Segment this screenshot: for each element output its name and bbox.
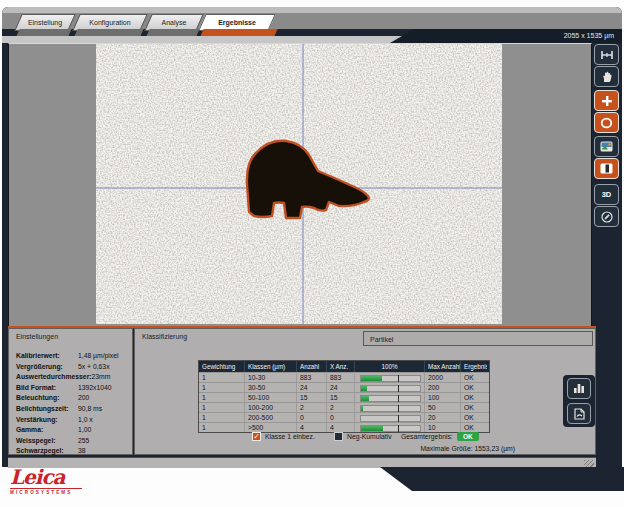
- count-bar-track: [360, 415, 421, 422]
- count-bar-track: [360, 425, 421, 432]
- image-mask-button[interactable]: [594, 158, 619, 179]
- count-bar-cell: [355, 423, 425, 432]
- table-row[interactable]: 1100-2002250OK: [199, 402, 489, 412]
- table-cell: 200: [425, 383, 461, 392]
- table-row[interactable]: 130-502424200OK: [199, 382, 489, 392]
- table-row[interactable]: 1>5004410OK: [199, 422, 489, 432]
- tab-label: Konfiguration: [77, 15, 143, 30]
- table-cell: >500: [245, 423, 297, 432]
- table-cell: 1: [199, 373, 245, 382]
- settings-row: Auswertedurchmesser:23mm: [16, 372, 129, 383]
- results-panel: Klassifizierung Partikel GewichtungKlass…: [134, 328, 596, 455]
- settings-label: Vergrößerung:: [16, 362, 78, 373]
- tab-partikel[interactable]: Partikel: [363, 331, 593, 346]
- tab-label: Analyse: [149, 15, 199, 30]
- leica-logo: Leica MICROSYSTEMS: [10, 466, 100, 495]
- specimen-image: [96, 44, 502, 324]
- settings-row: Bild Format:1392x1040: [16, 383, 129, 394]
- pan-hand-button[interactable]: [594, 66, 619, 87]
- measure-tool-button[interactable]: [594, 44, 619, 65]
- klasse1-checkbox[interactable]: ✓: [252, 432, 261, 441]
- table-cell: OK: [461, 423, 487, 432]
- count-bar-fill: [361, 396, 369, 401]
- count-bar-fill: [361, 376, 382, 381]
- settings-title: Einstellungen: [16, 333, 58, 340]
- neg-kumulativ-checkbox[interactable]: [334, 432, 343, 441]
- settings-row: Gamma:1,00: [16, 425, 129, 436]
- settings-value: 90,8 ms: [78, 404, 102, 415]
- count-bar-cell: [355, 403, 425, 412]
- table-cell: 2000: [425, 373, 461, 382]
- tab-klassifizierung[interactable]: Klassifizierung: [142, 333, 187, 340]
- settings-label: Beleuchtung:: [16, 393, 78, 404]
- table-cell: 30-50: [245, 383, 297, 392]
- leica-logo-subtitle: MICROSYSTEMS: [10, 490, 100, 495]
- count-bar-threshold-tick: [398, 415, 399, 422]
- add-cross-icon: [601, 95, 613, 107]
- settings-label: Verstärkung:: [16, 415, 78, 426]
- settings-value: 1,00: [78, 425, 91, 436]
- count-bar-track: [360, 385, 421, 392]
- measure-icon: [600, 50, 614, 60]
- table-row[interactable]: 110-308838832000OK: [199, 372, 489, 382]
- table-cell: 15: [297, 393, 327, 402]
- count-bar-threshold-tick: [398, 385, 399, 392]
- count-bar-threshold-tick: [398, 425, 399, 432]
- table-row[interactable]: 1200-5000020OK: [199, 412, 489, 422]
- table-header-cell: Gewichtung: [199, 361, 245, 372]
- settings-value: 23mm: [92, 372, 111, 383]
- settings-value: 1,0 x: [78, 415, 93, 426]
- circle-tool-button[interactable]: [594, 112, 619, 133]
- tab-label: Einstellung: [19, 15, 71, 30]
- settings-value: 1,48 µm/pixel: [78, 351, 119, 362]
- settings-row: Weisspegel:255: [16, 436, 129, 447]
- settings-value: 1392x1040: [78, 383, 112, 394]
- table-cell: 100: [425, 393, 461, 402]
- table-header-cell: Anzahl: [297, 361, 327, 372]
- circle-tool-icon: [600, 117, 613, 129]
- app-window: Einstellung Konfiguration Analyse Ergebn…: [2, 7, 622, 467]
- table-header-cell: Klassen (µm): [245, 361, 297, 372]
- table-cell: OK: [461, 383, 487, 392]
- settings-rows: Kalibrierwert:1,48 µm/pixelVergrößerung:…: [16, 351, 129, 468]
- table-cell: 100-200: [245, 403, 297, 412]
- settings-label: Schwarzpegel:: [16, 446, 78, 457]
- settings-panel: Einstellungen Kalibrierwert:1,48 µm/pixe…: [8, 328, 133, 455]
- hand-icon: [601, 71, 613, 83]
- rotate-3d-button[interactable]: 3D: [594, 184, 619, 205]
- tab-underline: [16, 29, 71, 36]
- settings-value: 5x + 0,63x: [78, 362, 110, 373]
- count-bar-threshold-tick: [398, 395, 399, 402]
- table-row[interactable]: 150-1001515100OK: [199, 392, 489, 402]
- table-cell: 883: [327, 373, 355, 382]
- table-cell: 0: [327, 413, 355, 422]
- table-cell: 1: [199, 423, 245, 432]
- image-view-button[interactable]: [594, 136, 619, 157]
- histogram-icon: [573, 383, 585, 394]
- table-cell: 883: [297, 373, 327, 382]
- add-measurement-button[interactable]: [594, 90, 619, 111]
- screen: Einstellung Konfiguration Analyse Ergebn…: [0, 0, 624, 507]
- settings-label: Gamma:: [16, 425, 78, 436]
- table-header-row: GewichtungKlassen (µm)AnzahlX Anz.100%Ma…: [199, 361, 489, 372]
- table-cell: OK: [461, 403, 487, 412]
- image-mask-icon: [600, 163, 613, 174]
- image-dimension-band: 2055 x 1535 µm: [380, 29, 622, 43]
- table-cell: 1: [199, 403, 245, 412]
- image-dimension-label: 2055 x 1535 µm: [380, 29, 622, 43]
- count-bar-track: [360, 405, 421, 412]
- report-icon: [574, 408, 585, 420]
- table-tools-inset: [563, 375, 595, 427]
- table-header-cell: X Anz.: [327, 361, 355, 372]
- settings-row: Vergrößerung:5x + 0,63x: [16, 362, 129, 373]
- table-cell: 1: [199, 393, 245, 402]
- max-size-label: Maximale Größe: 1553,23 (µm): [335, 445, 515, 452]
- settings-label: Kalibrierwert:: [16, 351, 78, 362]
- table-header-cell: Max Anzahl: [425, 361, 461, 372]
- annotate-edit-button[interactable]: [594, 206, 619, 227]
- image-viewport[interactable]: [8, 43, 592, 327]
- resize-grip[interactable]: [584, 460, 594, 467]
- table-cell: OK: [461, 393, 487, 402]
- report-button[interactable]: [567, 403, 591, 424]
- histogram-button[interactable]: [567, 378, 591, 399]
